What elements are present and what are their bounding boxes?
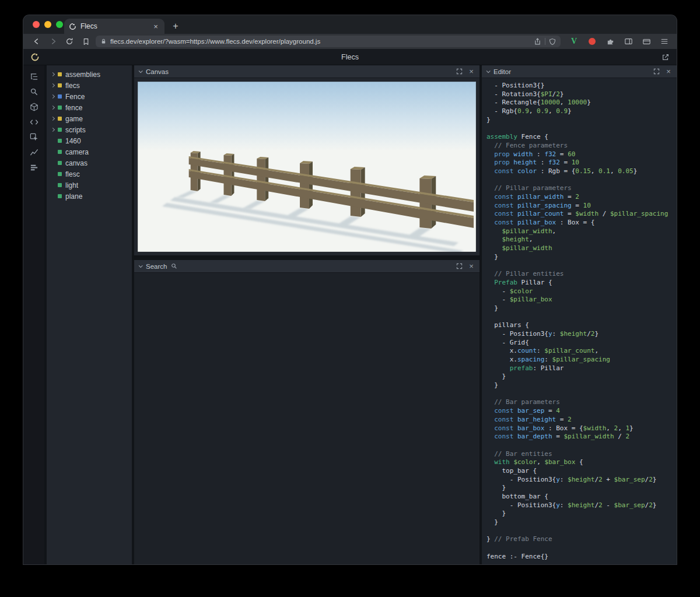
code-line: bottom_bar { xyxy=(487,493,677,501)
expand-chevron-icon[interactable] xyxy=(51,106,55,110)
share-button[interactable] xyxy=(534,37,541,45)
3d-viewport[interactable] xyxy=(138,82,476,252)
code-line: } xyxy=(487,510,677,518)
extensions-button[interactable] xyxy=(605,36,615,47)
code-token: $width xyxy=(575,210,598,217)
v-extension-icon[interactable]: V xyxy=(569,36,579,47)
expand-chevron-icon[interactable] xyxy=(51,83,55,87)
code-line: $pillar_width xyxy=(487,244,677,253)
back-button[interactable] xyxy=(30,36,43,47)
code-token: 10 xyxy=(572,159,579,166)
tree-item[interactable]: plane xyxy=(47,191,132,202)
expand-panel-button[interactable] xyxy=(455,263,464,269)
code-line: const bar_height = 2 xyxy=(487,416,677,424)
zoom-window-button[interactable] xyxy=(56,21,63,28)
tab-strip: Flecs × + xyxy=(23,15,677,34)
entity-color-swatch xyxy=(58,161,62,165)
code-token: 2 xyxy=(598,501,603,509)
tree-item[interactable]: camera xyxy=(47,146,132,157)
editor-panel: Editor × - Position3{} - Rotation3{$PI/2… xyxy=(482,65,677,564)
expand-chevron-icon[interactable] xyxy=(51,72,55,76)
page-title: Flecs xyxy=(23,53,677,61)
desktop: Flecs × + xyxy=(0,0,700,597)
code-line: } xyxy=(487,253,677,262)
inspect-tool-button[interactable] xyxy=(23,129,44,145)
code-token: $height xyxy=(568,476,594,483)
code-token: $height xyxy=(560,330,587,338)
collapse-chevron-icon[interactable] xyxy=(487,69,491,73)
code-line: top_bar { xyxy=(487,467,677,476)
code-token: bar_sep xyxy=(513,407,544,415)
code-token: - Rectangle{ xyxy=(487,99,541,106)
share-link-button[interactable] xyxy=(662,53,670,61)
url-bar[interactable]: flecs.dev/explorer/?wasm=https://www.fle… xyxy=(96,36,561,47)
expand-panel-button[interactable] xyxy=(652,68,661,75)
bookmark-button[interactable] xyxy=(79,36,92,47)
expand-chevron-icon[interactable] xyxy=(51,94,55,99)
tree-item[interactable]: 1460 xyxy=(47,135,132,146)
tree-item[interactable]: light xyxy=(47,180,132,191)
tree-item[interactable]: flesc xyxy=(47,168,132,180)
browser-window: Flecs × + xyxy=(23,15,677,564)
close-panel-button[interactable]: × xyxy=(665,68,672,75)
code-token: count xyxy=(517,347,537,354)
close-window-button[interactable] xyxy=(33,21,40,28)
chart-tool-button[interactable] xyxy=(23,145,44,160)
outline-icon xyxy=(30,72,38,81)
forward-button[interactable] xyxy=(47,36,60,47)
expand-panel-button[interactable] xyxy=(455,68,464,75)
code-token: , xyxy=(529,236,533,243)
editor-panel-title: Editor xyxy=(494,68,511,75)
code-token: } xyxy=(487,373,506,380)
stats-tool-button[interactable] xyxy=(23,160,44,175)
menu-button[interactable] xyxy=(659,36,670,47)
sidebar-toggle-button[interactable] xyxy=(623,36,634,47)
outline-tool-button[interactable] xyxy=(23,69,44,84)
search-tool-button[interactable] xyxy=(23,84,44,99)
tree-item[interactable]: canvas xyxy=(47,157,132,168)
code-token: + xyxy=(603,476,614,483)
entity-color-swatch xyxy=(58,94,62,99)
code-token: = xyxy=(572,202,583,209)
minimize-window-button[interactable] xyxy=(44,21,51,28)
code-content: - Position3{} - Rotation3{$PI/2} - Recta… xyxy=(487,82,677,561)
reload-button[interactable] xyxy=(63,36,76,47)
tree-item[interactable]: flecs xyxy=(47,80,132,91)
close-panel-button[interactable]: × xyxy=(468,68,475,75)
browser-tab[interactable]: Flecs × xyxy=(64,19,164,34)
code-line: } xyxy=(487,116,677,125)
tree-item[interactable]: scripts xyxy=(47,124,132,135)
new-tab-button[interactable]: + xyxy=(168,19,183,34)
code-token: $PI xyxy=(541,90,552,98)
expand-chevron-icon[interactable] xyxy=(51,128,55,132)
entity-color-swatch xyxy=(58,183,62,187)
tree-item-label: scripts xyxy=(65,126,86,134)
code-token: = xyxy=(564,210,575,217)
tree-item[interactable]: assemblies xyxy=(47,69,132,80)
record-extension-button[interactable] xyxy=(587,36,597,47)
wallet-button[interactable] xyxy=(641,36,652,47)
close-panel-button[interactable]: × xyxy=(468,262,475,270)
canvas-panel-title: Canvas xyxy=(146,68,169,75)
code-editor[interactable]: - Position3{} - Rotation3{$PI/2} - Recta… xyxy=(482,78,677,564)
shield-button[interactable] xyxy=(549,38,556,45)
collapse-chevron-icon[interactable] xyxy=(139,69,143,73)
tree-item[interactable]: Fence xyxy=(47,91,132,102)
code-line: const bar_sep = 4 xyxy=(487,407,677,416)
entities-tool-button[interactable] xyxy=(23,99,44,114)
chart-icon xyxy=(30,148,38,157)
code-token: 0.05 xyxy=(618,167,634,175)
tree-item[interactable]: fence xyxy=(47,102,132,113)
code-line: assembly Fence { xyxy=(487,133,677,142)
code-token: } xyxy=(629,424,634,432)
browser-toolbar: flecs.dev/explorer/?wasm=https://www.fle… xyxy=(23,34,677,49)
urlbar-divider xyxy=(545,38,545,45)
tab-close-icon[interactable]: × xyxy=(152,22,160,31)
expand-chevron-icon[interactable] xyxy=(51,117,55,121)
code-token: - Rgb{ xyxy=(487,107,517,115)
code-tool-button[interactable] xyxy=(23,114,44,129)
code-token: - Position3{ xyxy=(487,501,556,509)
collapse-chevron-icon[interactable] xyxy=(139,264,143,268)
tree-item[interactable]: game xyxy=(47,113,132,124)
code-token: 4 xyxy=(556,407,560,415)
